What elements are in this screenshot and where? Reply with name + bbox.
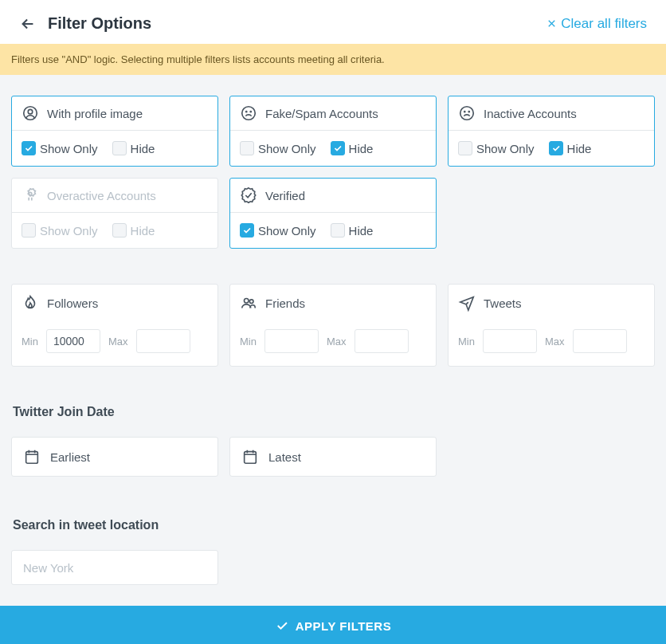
- calendar-icon: [241, 448, 259, 465]
- apply-filters-button[interactable]: APPLY FILTERS: [0, 606, 666, 644]
- header: Filter Options Clear all filters: [0, 0, 666, 44]
- card-head: With profile image: [12, 96, 217, 131]
- range-title: Followers: [47, 296, 98, 310]
- max-label: Max: [108, 336, 128, 348]
- checkbox-hide[interactable]: Hide: [112, 141, 155, 155]
- svg-point-3: [246, 112, 247, 112]
- svg-point-10: [249, 300, 253, 304]
- card-head: Overactive Accounts: [12, 179, 217, 213]
- svg-point-1: [28, 109, 33, 114]
- location-title: Search in tweet location: [11, 518, 655, 532]
- flame-icon: [22, 294, 39, 312]
- join-date-title: Twitter Join Date: [11, 405, 655, 419]
- card-body: Show Only Hide: [12, 213, 217, 248]
- svg-rect-11: [26, 452, 38, 464]
- min-label: Min: [22, 336, 38, 348]
- max-label: Max: [327, 336, 347, 348]
- card-title: Inactive Accounts: [484, 107, 577, 120]
- range-tweets: Tweets Min Max: [448, 284, 655, 367]
- earliest-label: Earliest: [50, 450, 90, 464]
- latest-label: Latest: [268, 450, 301, 464]
- range-grid: Followers Min Max Friends Min Max Tweets…: [11, 284, 655, 367]
- card-head: Fake/Spam Accounts: [230, 96, 436, 131]
- filter-fake-spam: Fake/Spam Accounts Show Only Hide: [229, 96, 437, 167]
- card-title: With profile image: [47, 107, 143, 120]
- back-arrow-icon[interactable]: [19, 15, 37, 33]
- card-title: Fake/Spam Accounts: [265, 107, 378, 120]
- join-date-row: Earliest Latest: [11, 437, 655, 477]
- card-body: Show Only Hide: [230, 131, 436, 166]
- checkbox-show-only[interactable]: Show Only: [240, 223, 316, 238]
- range-body: Min Max: [458, 329, 644, 353]
- filter-overactive: Overactive Accounts Show Only Hide: [11, 178, 218, 249]
- checkbox-show-only[interactable]: Show Only: [22, 223, 98, 238]
- check-icon: [275, 618, 289, 633]
- range-head: Tweets: [458, 294, 644, 312]
- sad-face-icon: [458, 104, 476, 122]
- range-head: Followers: [22, 294, 208, 312]
- tweets-max-input[interactable]: [573, 329, 627, 353]
- profile-image-icon: [22, 104, 39, 122]
- checkbox-hide[interactable]: Hide: [331, 223, 374, 238]
- checkbox-show-only[interactable]: Show Only: [458, 141, 535, 155]
- card-title: Overactive Accounts: [47, 189, 156, 202]
- svg-rect-12: [245, 452, 257, 464]
- filter-inactive: Inactive Accounts Show Only Hide: [448, 96, 655, 167]
- range-head: Friends: [240, 294, 426, 312]
- checkbox-hide[interactable]: Hide: [112, 223, 155, 238]
- send-icon: [458, 294, 476, 312]
- sad-face-icon: [240, 104, 257, 122]
- range-friends: Friends Min Max: [229, 284, 437, 367]
- filter-verified: Verified Show Only Hide: [229, 178, 437, 249]
- checkbox-hide[interactable]: Hide: [331, 141, 374, 155]
- earliest-date-picker[interactable]: Earliest: [11, 437, 218, 477]
- min-label: Min: [458, 336, 475, 348]
- card-body: Show Only Hide: [449, 131, 654, 166]
- latest-date-picker[interactable]: Latest: [229, 437, 437, 477]
- svg-point-4: [250, 112, 251, 112]
- clear-filters-label: Clear all filters: [561, 16, 647, 32]
- header-left: Filter Options: [19, 14, 151, 33]
- followers-min-input[interactable]: [46, 329, 100, 353]
- checkbox-show-only[interactable]: Show Only: [240, 141, 316, 155]
- calendar-icon: [23, 448, 41, 465]
- range-title: Friends: [265, 296, 305, 310]
- max-label: Max: [545, 336, 565, 348]
- gear-badge-icon: [22, 187, 39, 204]
- range-title: Tweets: [484, 296, 522, 310]
- filter-grid: With profile image Show Only Hide Fake/S…: [11, 96, 655, 249]
- card-body: Show Only Hide: [12, 131, 217, 166]
- min-label: Min: [240, 336, 257, 348]
- apply-label: APPLY FILTERS: [296, 619, 391, 633]
- card-head: Inactive Accounts: [449, 96, 654, 131]
- range-followers: Followers Min Max: [11, 284, 218, 367]
- checkbox-show-only[interactable]: Show Only: [22, 141, 98, 155]
- svg-point-5: [460, 107, 474, 120]
- checkbox-hide[interactable]: Hide: [549, 141, 592, 155]
- svg-point-8: [29, 192, 32, 195]
- svg-point-6: [464, 112, 465, 112]
- clear-filters-link[interactable]: Clear all filters: [546, 16, 647, 32]
- card-head: Verified: [230, 179, 436, 213]
- range-body: Min Max: [240, 329, 426, 353]
- svg-point-2: [242, 107, 256, 120]
- page-title: Filter Options: [48, 14, 151, 33]
- location-input[interactable]: [11, 550, 218, 585]
- card-body: Show Only Hide: [230, 213, 436, 248]
- friends-min-input[interactable]: [264, 329, 319, 353]
- card-title: Verified: [265, 189, 305, 202]
- range-body: Min Max: [22, 329, 208, 353]
- info-bar: Filters use "AND" logic. Selecting multi…: [0, 44, 666, 75]
- followers-max-input[interactable]: [136, 329, 190, 353]
- svg-point-7: [468, 112, 469, 112]
- filter-profile-image: With profile image Show Only Hide: [11, 96, 218, 167]
- friends-max-input[interactable]: [355, 329, 409, 353]
- verified-badge-icon: [240, 187, 257, 204]
- people-icon: [240, 294, 257, 312]
- tweets-min-input[interactable]: [483, 329, 537, 353]
- content: With profile image Show Only Hide Fake/S…: [0, 75, 666, 606]
- svg-point-9: [245, 299, 249, 304]
